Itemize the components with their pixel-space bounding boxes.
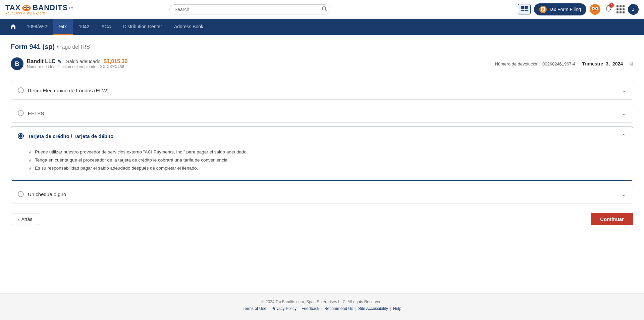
logo-tm: TM — [68, 6, 73, 9]
accordion-efw: Retiro Electrónico de Fondos (EFW) ⌄ — [11, 81, 633, 100]
accordion-card-body: ✓ Puede utilizar nuestro proveedor de se… — [11, 145, 633, 180]
logo-tax: TAX — [5, 3, 20, 12]
company-info: Bandit LLC ✎ Saldo adeudado: $1,015.30 N… — [27, 58, 127, 69]
svg-line-8 — [325, 10, 327, 11]
company-bar: B Bandit LLC ✎ Saldo adeudado: $1,015.30… — [11, 57, 633, 74]
nav-distribution-center[interactable]: Distribution Center — [117, 19, 168, 35]
radio-eftps[interactable] — [18, 110, 24, 116]
accordion-check: Un cheque o giro ⌄ — [11, 185, 633, 203]
accordion-card-left: Tarjeta de crédito / Tarjeta de débito — [18, 133, 113, 139]
nav-home[interactable] — [5, 19, 21, 35]
company-name-text: Bandit LLC — [27, 58, 55, 64]
chevron-efw-icon: ⌄ — [621, 87, 626, 94]
checkmark-1: ✓ — [29, 150, 32, 155]
footer: © 2024 TaxBandits.com, Span Enterprises … — [0, 293, 644, 314]
radio-card-inner — [19, 134, 22, 138]
footer-link-help[interactable]: Help — [393, 306, 401, 311]
nav-1099-w2[interactable]: 1099/W-2 — [21, 19, 53, 35]
checkmark-2: ✓ — [29, 158, 32, 163]
accordion-eftps-title: EFTPS — [28, 110, 44, 116]
main-content: Form 941 (sp) /Pago del IRS B Bandit LLC… — [0, 35, 644, 293]
chevron-eftps-icon: ⌄ — [621, 109, 626, 117]
accordion-card-header[interactable]: Tarjeta de crédito / Tarjeta de débito ⌄ — [11, 127, 633, 145]
notification-badge: 0 — [609, 3, 614, 8]
footer-link-privacy[interactable]: Privacy Policy — [271, 306, 297, 311]
svg-point-21 — [596, 7, 597, 9]
quarter-label: Trimestre 3, 2024 — [582, 61, 623, 66]
accordion-eftps-left: EFTPS — [18, 110, 44, 116]
logo-area: TAX BANDITS TM Your 1099 & W2 Experts — [5, 3, 73, 15]
svg-rect-11 — [521, 10, 524, 11]
nav-1042[interactable]: 1042 — [73, 19, 95, 35]
owl-avatar — [590, 4, 600, 15]
company-left: B Bandit LLC ✎ Saldo adeudado: $1,015.30… — [11, 57, 127, 70]
search-input[interactable] — [169, 4, 330, 14]
footer-link-recommend[interactable]: Recommend Us — [324, 306, 353, 311]
svg-rect-12 — [525, 10, 528, 11]
accordion-check-header[interactable]: Un cheque o giro ⌄ — [11, 185, 633, 203]
top-nav: TAX BANDITS TM Your 1099 & W2 Experts — [0, 0, 644, 19]
balance-label: Saldo adeudado: — [66, 59, 102, 64]
search-button[interactable] — [322, 6, 327, 13]
svg-point-17 — [590, 4, 600, 15]
chevron-card-icon: ⌄ — [621, 132, 626, 140]
footer-links: Terms of Use | Privacy Policy | Feedback… — [0, 306, 644, 311]
accordion-eftps: EFTPS ⌄ — [11, 104, 633, 123]
form-subtitle: /Pago del IRS — [57, 44, 90, 50]
logo-tagline: Your 1099 & W2 Experts — [5, 11, 46, 15]
nav-aca[interactable]: ACA — [95, 19, 117, 35]
apps-grid-button[interactable] — [616, 5, 625, 13]
edit-company-icon[interactable]: ✎ — [57, 59, 61, 64]
card-item-2: ✓ Tenga en cuenta que el procesador de l… — [29, 157, 625, 163]
footer-link-terms[interactable]: Terms of Use — [243, 306, 266, 311]
team-button[interactable] — [518, 4, 531, 14]
svg-point-4 — [28, 7, 29, 8]
continue-button[interactable]: Continuar — [591, 213, 633, 225]
tax-form-filing-button[interactable]: Tax Form Filing — [534, 3, 586, 15]
chevron-check-icon: ⌄ — [621, 190, 626, 198]
logo-owl-icon — [22, 4, 31, 11]
accordion-check-title: Un cheque o giro — [28, 191, 66, 197]
card-item-2-text: Tenga en cuenta que el procesador de la … — [35, 157, 229, 163]
footer-link-accessibility[interactable]: Site Accessibility — [358, 306, 388, 311]
page-header: Form 941 (sp) /Pago del IRS — [11, 43, 633, 51]
footer-link-feedback[interactable]: Feedback — [302, 306, 319, 311]
company-avatar: B — [11, 57, 23, 70]
back-button[interactable]: ‹ Atrás — [11, 214, 39, 225]
copy-icon[interactable]: ⧉ — [630, 61, 633, 67]
nav-right: Tax Form Filing 0 — [518, 3, 639, 15]
radio-check[interactable] — [18, 191, 24, 197]
search-container — [169, 4, 330, 14]
card-item-1-text: Puede utilizar nuestro proveedor de serv… — [35, 149, 248, 154]
accordion-card-title: Tarjeta de crédito / Tarjeta de débito — [28, 133, 113, 139]
accordion-efw-left: Retiro Electrónico de Fondos (EFW) — [18, 87, 109, 93]
svg-point-0 — [22, 5, 31, 11]
svg-rect-9 — [521, 6, 524, 9]
logo: TAX BANDITS TM — [5, 3, 73, 12]
footer-separator-3: | — [321, 306, 322, 311]
nav-94x[interactable]: 94x — [53, 19, 73, 35]
radio-efw[interactable] — [18, 87, 24, 93]
accordion-eftps-header[interactable]: EFTPS ⌄ — [11, 104, 633, 122]
footer-separator-4: | — [355, 306, 356, 311]
notification-button[interactable]: 0 — [604, 4, 613, 15]
svg-point-7 — [322, 7, 326, 10]
back-arrow-icon: ‹ — [18, 217, 19, 222]
nav-address-book[interactable]: Address Book — [168, 19, 209, 35]
accordion-efw-title: Retiro Electrónico de Fondos (EFW) — [28, 88, 109, 93]
user-avatar-button[interactable]: J — [628, 4, 639, 15]
accordion-check-left: Un cheque o giro — [18, 191, 66, 197]
accordion-efw-header[interactable]: Retiro Electrónico de Fondos (EFW) ⌄ — [11, 81, 633, 99]
form-title: Form 941 (sp) — [11, 43, 55, 51]
form-actions: ‹ Atrás Continuar — [11, 213, 633, 225]
card-item-3-text: Es su responsabilidad pagar el saldo ade… — [35, 166, 198, 171]
checkmark-3: ✓ — [29, 166, 32, 171]
card-item-3: ✓ Es su responsabilidad pagar el saldo a… — [29, 166, 625, 171]
svg-rect-10 — [525, 6, 528, 9]
footer-separator-5: | — [390, 306, 391, 311]
radio-card[interactable] — [18, 133, 24, 139]
footer-copyright: © 2024 TaxBandits.com, Span Enterprises … — [0, 300, 644, 304]
footer-separator-1: | — [268, 306, 269, 311]
company-name-row: Bandit LLC ✎ Saldo adeudado: $1,015.30 — [27, 58, 127, 64]
footer-separator-2: | — [299, 306, 300, 311]
